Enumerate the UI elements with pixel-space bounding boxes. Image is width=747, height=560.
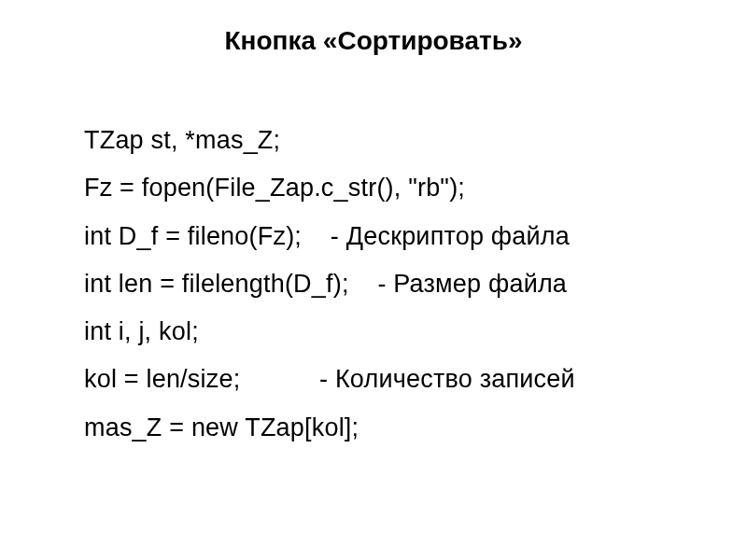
slide-title: Кнопка «Сортировать» [84, 26, 663, 56]
code-line: Fz = fopen(File_Zap.c_str(), "rb"); [84, 164, 663, 212]
code-line: int len = filelength(D_f); - Размер файл… [84, 260, 663, 308]
code-line: TZap st, *mas_Z; [84, 117, 663, 164]
code-line: mas_Z = new TZap[kol]; [84, 404, 663, 452]
slide: Кнопка «Сортировать» TZap st, *mas_Z; Fz… [0, 0, 747, 560]
code-line: int i, j, kol; [84, 308, 663, 356]
code-line: int D_f = fileno(Fz); - Дескриптор файла [84, 213, 663, 260]
code-block: TZap st, *mas_Z; Fz = fopen(File_Zap.c_s… [84, 117, 663, 452]
code-line: kol = len/size; - Количество записей [84, 356, 663, 403]
